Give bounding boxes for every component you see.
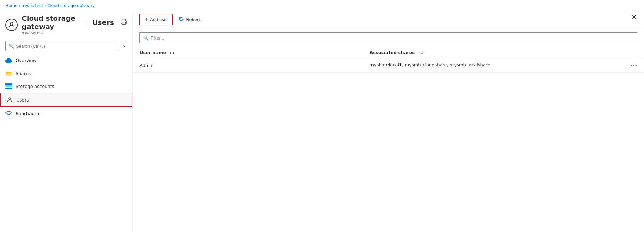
sidebar-item-label: Storage accounts [16, 84, 54, 89]
search-input[interactable] [16, 44, 114, 49]
svg-point-2 [9, 98, 11, 100]
main-content: ✕ + Add user Refresh [133, 10, 644, 232]
col-associated-shares[interactable]: Associated shares ↑↓ [363, 47, 644, 59]
breadcrumb-home[interactable]: Home [5, 3, 17, 8]
filter-search-icon: 🔍 [143, 35, 149, 41]
sidebar-item-users[interactable]: Users [0, 93, 132, 107]
svg-point-0 [10, 22, 13, 25]
sidebar-item-label: Bandwidth [16, 111, 39, 116]
toolbar: + Add user Refresh [133, 10, 644, 29]
add-user-label: Add user [150, 17, 168, 22]
breadcrumb-current[interactable]: Cloud storage gateway [47, 3, 95, 8]
storage-icon [5, 83, 12, 90]
sort-icon-shares[interactable]: ↑↓ [418, 51, 424, 55]
wifi-icon [5, 110, 12, 117]
col-shares-label: Associated shares [369, 50, 415, 55]
search-bar-row: 🔍 « [0, 38, 132, 54]
plus-icon: + [145, 16, 148, 22]
cell-username: Admin [133, 59, 363, 73]
search-icon: 🔍 [9, 44, 14, 49]
filter-input-wrap[interactable]: 🔍 [139, 32, 637, 43]
sidebar-item-shares[interactable]: Shares [0, 67, 132, 80]
sort-icon-username[interactable]: ↑↓ [169, 51, 175, 55]
page-title: Cloud storage gateway [22, 14, 81, 31]
refresh-label: Refresh [186, 17, 202, 22]
sidebar-item-overview[interactable]: Overview [0, 54, 132, 67]
breadcrumb: Home › myasetest › Cloud storage gateway [0, 0, 644, 10]
sidebar-item-label: Shares [16, 71, 31, 76]
refresh-button[interactable]: Refresh [175, 14, 206, 25]
svg-point-3 [9, 115, 9, 116]
col-username-label: User name [139, 50, 166, 55]
filter-input[interactable] [151, 35, 633, 41]
table-body: Admin mysharelocal1, mysmb-cloudshare, m… [133, 59, 644, 73]
sidebar-item-bandwidth[interactable]: Bandwidth [0, 107, 132, 120]
user-icon [6, 96, 13, 103]
cell-associated-shares: mysharelocal1, mysmb-cloudshare, mysmb-l… [363, 59, 644, 73]
print-icon[interactable] [121, 19, 127, 26]
refresh-icon [179, 16, 184, 23]
sidebar-header: Cloud storage gateway | Users myasetest [0, 10, 132, 38]
folder-icon [5, 70, 12, 77]
users-table: User name ↑↓ Associated shares ↑↓ Admin [133, 47, 644, 73]
cloud-icon [5, 57, 12, 64]
shares-value: mysharelocal1, mysmb-cloudshare, mysmb-l… [369, 62, 490, 67]
search-input-wrap[interactable]: 🔍 [5, 41, 117, 51]
sidebar-subtitle: myasetest [22, 31, 127, 35]
breadcrumb-sep-1: › [19, 4, 20, 8]
avatar [5, 19, 18, 31]
sidebar: Cloud storage gateway | Users myasetest [0, 10, 133, 232]
section-title: Users [93, 18, 114, 27]
data-table: User name ↑↓ Associated shares ↑↓ Admin [133, 47, 644, 232]
svg-rect-1 [122, 22, 126, 25]
sidebar-item-label: Overview [16, 58, 36, 63]
title-sep: | [86, 20, 87, 25]
add-user-button[interactable]: + Add user [139, 14, 173, 25]
filter-bar: 🔍 [133, 29, 644, 47]
collapse-sidebar-button[interactable]: « [119, 41, 129, 51]
col-username[interactable]: User name ↑↓ [133, 47, 363, 59]
close-button[interactable]: ✕ [631, 14, 637, 20]
table-header: User name ↑↓ Associated shares ↑↓ [133, 47, 644, 59]
sidebar-item-storage-accounts[interactable]: Storage accounts [0, 80, 132, 93]
sidebar-title-block: Cloud storage gateway | Users myasetest [22, 14, 127, 35]
breadcrumb-resource[interactable]: myasetest [22, 3, 43, 8]
row-context-menu[interactable]: ··· [631, 62, 637, 69]
table-row[interactable]: Admin mysharelocal1, mysmb-cloudshare, m… [133, 59, 644, 73]
breadcrumb-sep-2: › [45, 4, 46, 8]
sidebar-item-label: Users [16, 97, 29, 103]
sidebar-nav: Overview Shares [0, 54, 132, 120]
